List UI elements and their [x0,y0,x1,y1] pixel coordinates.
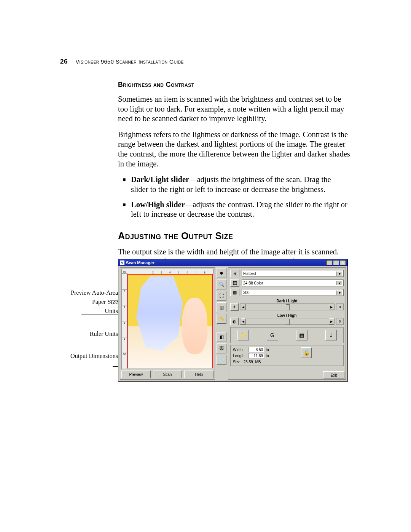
callout-units: Units [59,308,118,315]
color-mode-value: 24 Bit Color [243,281,263,285]
low-high-slider[interactable]: ◀ ▶ [240,318,335,325]
output-dimensions-panel: Width : In 🔒 Length : In Size : 25.59 MB [230,345,344,366]
disc-icon[interactable]: 💿 [217,355,226,365]
arrow-right-icon[interactable]: ▶ [329,318,334,324]
scanner-source-icon: 🖨 [230,270,239,277]
dark-light-value: 0 [336,304,344,310]
bullet-lowhigh: Low/High slider—adjusts the contrast. Dr… [118,200,350,219]
low-high-value: 0 [336,318,344,325]
heading-output-size: Adjusting the Output Size [118,230,350,242]
bullet-darklight-term: Dark/Light slider [131,175,189,184]
window-title: Scan Manager [126,260,155,265]
descreen-icon[interactable]: ◧ [217,332,226,342]
callout-ruler-units: Ruler Units [59,331,118,337]
bullet-lowhigh-term: Low/High slider [131,200,185,209]
length-input[interactable] [248,353,264,358]
chevron-down-icon: ▾ [336,272,342,276]
color-drop-icon[interactable]: ⇣ [325,330,337,340]
lock-aspect-icon[interactable]: 🔒 [301,347,312,358]
settings-panel: 🖨 Flatbed ▾ 🖼 24 Bit Color ▾ [228,267,346,380]
para-brightness-1: Sometimes an item is scanned with the br… [118,94,350,124]
width-unit: In [266,348,269,352]
color-mode-dropdown[interactable]: 24 Bit Color ▾ [242,280,344,286]
bullet-darklight: Dark/Light slider—adjusts the brightness… [118,175,350,194]
gallery-icon[interactable]: 🖼 [217,343,226,353]
gamma-tool-icon[interactable]: G [267,330,278,340]
preview-panel: In 2 4 6 8 2 4 6 8 [120,267,215,380]
resolution-dropdown[interactable]: 300 ▾ [242,289,344,296]
zoom-tool-icon[interactable]: 🔍 [217,280,226,289]
arrow-right-icon[interactable]: ▶ [329,304,334,310]
width-label: Width : [233,348,247,352]
chevron-down-icon: ▾ [336,281,342,285]
running-header: 26 Visioneer 9650 Scanner Installation G… [60,58,184,66]
resolution-icon: ▦ [230,289,239,296]
page-number: 26 [60,58,68,65]
brightness-icon: ☀ [230,303,239,311]
callout-output-dimensions: Output Dimensions [59,353,118,359]
length-unit: In [266,354,269,358]
minimize-button[interactable]: _ [326,260,332,265]
units-icon[interactable]: 📏 [217,314,226,324]
maximize-button[interactable]: □ [333,260,339,265]
preview-image[interactable] [127,274,213,368]
para-brightness-2: Brightness refers to the lightness or da… [118,130,350,169]
help-button[interactable]: Help [184,371,213,378]
chevron-down-icon: ▾ [336,291,342,295]
advanced-tools-row: ✨ G ▦ ⇣ [230,327,344,343]
preview-auto-area-icon[interactable]: ⛶ [217,291,226,301]
close-button[interactable]: × [340,260,346,265]
tool-column: ☻ 🔍 ⛶ ▥ 📏 ◧ 🖼 💿 [217,267,226,380]
preview-button[interactable]: Preview [121,371,151,378]
preview-figure-adult [136,276,183,351]
callout-preview-auto-area: Preview Auto-Area [59,289,118,296]
scanner-source-dropdown[interactable]: Flatbed ▾ [242,270,344,277]
window-titlebar[interactable]: V Scan Manager _ □ × [118,259,347,266]
callout-paper-size: Paper Size [59,299,118,305]
dark-light-label: Dark / Light [230,299,344,303]
paper-size-icon[interactable]: ▥ [217,302,226,312]
color-mode-icon: 🖼 [230,279,239,287]
arrow-left-icon[interactable]: ◀ [241,304,246,310]
scan-button[interactable]: Scan [153,371,182,378]
ruler-horizontal: 2 4 6 8 [127,269,213,274]
figure-callouts: Preview Auto-Area Paper Size Units Ruler… [59,289,118,362]
subhead-brightness: Brightness and Contrast [118,81,350,89]
arrow-left-icon[interactable]: ◀ [241,318,246,324]
wand-tool-icon[interactable]: ✨ [237,330,249,340]
ruler-vertical: 2 4 6 8 10 [121,273,127,369]
file-size-readout: Size : 25.59 MB [233,360,341,364]
running-title: Visioneer 9650 Scanner Installation Guid… [75,59,183,65]
low-high-label: Low / High [230,313,344,318]
preview-figure-child [182,298,207,354]
dark-light-slider[interactable]: ◀ ▶ [240,304,335,310]
rgb-tool-icon[interactable]: ▦ [296,330,307,340]
contrast-icon: ◐ [230,318,239,325]
app-icon: V [120,260,124,265]
width-input[interactable] [248,347,264,352]
scanner-source-value: Flatbed [243,272,256,276]
resolution-value: 300 [243,291,250,295]
scan-manager-window: V Scan Manager _ □ × In 2 [118,259,348,382]
face-tool-icon[interactable]: ☻ [217,268,226,278]
length-label: Length : [233,354,247,358]
exit-button[interactable]: Exit [323,371,344,379]
